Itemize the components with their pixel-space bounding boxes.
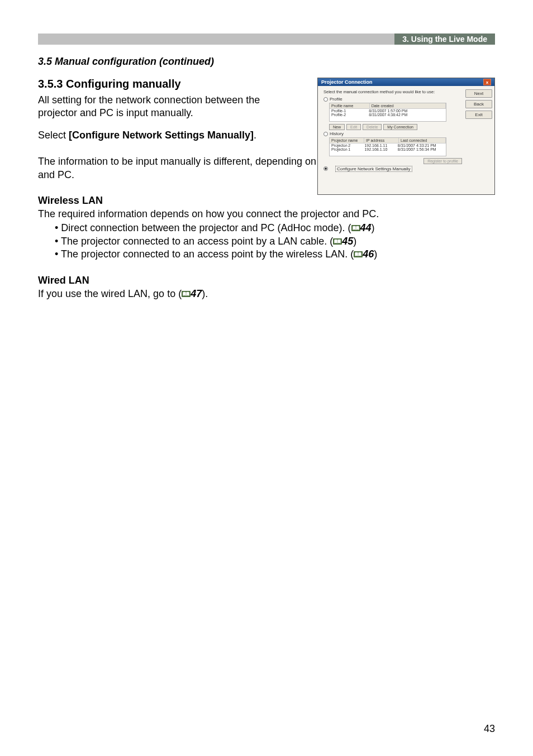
history-h1: Projector name — [330, 138, 364, 143]
cell: 8/31/2007 1:57:00 PM — [369, 109, 444, 113]
profile-h1: Profile name — [330, 103, 370, 108]
register-button[interactable]: Register to profile — [423, 158, 462, 164]
wired-lan-body: If you use the wired LAN, go to (47). — [38, 288, 495, 300]
radio-manual[interactable]: Configure Network Settings Manually — [323, 165, 462, 172]
new-button[interactable]: New — [329, 124, 345, 130]
cell: 192.168.1.10 — [364, 147, 397, 151]
page-number: 43 — [484, 723, 495, 735]
page-ref: 46 — [363, 248, 374, 260]
bullet-text: The projector connected to an access poi… — [61, 236, 333, 247]
table-row[interactable]: Projector-2 192.168.1.11 8/31/2007 4:33:… — [330, 143, 446, 147]
table-row[interactable]: Profile-1 8/31/2007 1:57:00 PM — [330, 109, 446, 113]
dialog-screenshot: Projector Connection x Select the manual… — [317, 78, 495, 195]
intro-paragraph-1: All setting for the network connection b… — [38, 94, 301, 120]
table-row[interactable]: Projector-1 192.168.1.10 8/31/2007 1:56:… — [330, 147, 446, 151]
table-row[interactable]: Profile-2 8/31/2007 4:38:42 PM — [330, 113, 446, 117]
bullet-close: ) — [374, 248, 377, 260]
edit-button[interactable]: Edit — [346, 124, 361, 130]
page-ref: 44 — [360, 222, 372, 233]
cell: 8/31/2007 4:33:21 PM — [398, 143, 444, 147]
bullet-text: The projector connected to an access poi… — [61, 248, 354, 260]
radio-icon — [323, 132, 328, 136]
subsection-heading: 3.5.3 Configuring manually — [38, 78, 301, 90]
cell: Profile-1 — [331, 109, 369, 113]
wired-body-b: ). — [202, 288, 208, 299]
radio-profile-label: Profile — [330, 97, 342, 102]
dialog-prompt: Select the manual connection method you … — [323, 89, 462, 94]
bullet-text: Direct connection between the projector … — [61, 222, 351, 233]
bullet-close: ) — [372, 222, 375, 233]
profile-table: Profile name Date created Profile-1 8/31… — [329, 103, 446, 122]
radio-profile[interactable]: Profile — [323, 97, 462, 102]
cell: 192.168.1.11 — [364, 143, 397, 147]
wireless-lan-body: The required information depends on how … — [38, 208, 495, 221]
book-icon — [182, 290, 191, 298]
page-ref: 45 — [342, 236, 353, 247]
delete-button[interactable]: Delete — [363, 124, 382, 130]
dialog-title: Projector Connection — [321, 79, 373, 85]
cell: 8/31/2007 1:56:34 PM — [398, 147, 444, 151]
radio-icon — [323, 166, 328, 171]
radio-icon — [323, 97, 328, 102]
header-bar: 3. Using the Live Mode — [38, 34, 495, 45]
intro-p2-prefix: Select — [38, 130, 69, 141]
bullet-item: • The projector connected to an access p… — [55, 235, 495, 248]
page-ref: 47 — [191, 288, 202, 299]
back-button[interactable]: Back — [465, 100, 492, 108]
bullet-close: ) — [353, 236, 356, 247]
wired-body-a: If you use the wired LAN, go to ( — [38, 288, 182, 299]
book-icon — [351, 224, 360, 232]
cell: Projector-1 — [331, 147, 364, 151]
header-tab: 3. Using the Live Mode — [394, 34, 495, 45]
next-button[interactable]: Next — [465, 89, 492, 98]
close-icon[interactable]: x — [483, 79, 491, 85]
cell: Projector-2 — [331, 143, 364, 147]
book-icon — [333, 238, 342, 245]
bullet-item: • Direct connection between the projecto… — [55, 222, 495, 235]
wired-lan-heading: Wired LAN — [38, 275, 495, 286]
profile-h2: Date created — [370, 103, 446, 108]
history-table: Projector name IP address Last connected… — [329, 137, 446, 156]
radio-history[interactable]: History — [323, 131, 462, 136]
history-h3: Last connected — [399, 138, 446, 143]
cell: Profile-2 — [331, 113, 369, 117]
radio-manual-label: Configure Network Settings Manually — [335, 166, 412, 172]
intro-p2-suffix: . — [254, 130, 256, 141]
book-icon — [354, 251, 363, 258]
intro-paragraph-2: Select [Configure Network Settings Manua… — [38, 129, 301, 142]
wireless-lan-heading: Wireless LAN — [38, 195, 495, 207]
my-connection-button[interactable]: My Connection — [383, 124, 417, 130]
dialog-title-bar: Projector Connection x — [318, 78, 494, 86]
exit-button[interactable]: Exit — [465, 111, 492, 119]
intro-p2-bold: [Configure Network Settings Manually] — [69, 130, 254, 141]
section-heading: 3.5 Manual configuration (continued) — [38, 56, 495, 68]
cell: 8/31/2007 4:38:42 PM — [369, 113, 444, 117]
bullet-item: • The projector connected to an access p… — [55, 248, 495, 261]
page-content: 3.5 Manual configuration (continued) 3.5… — [0, 45, 533, 300]
history-h2: IP address — [364, 138, 399, 143]
radio-history-label: History — [330, 131, 344, 136]
